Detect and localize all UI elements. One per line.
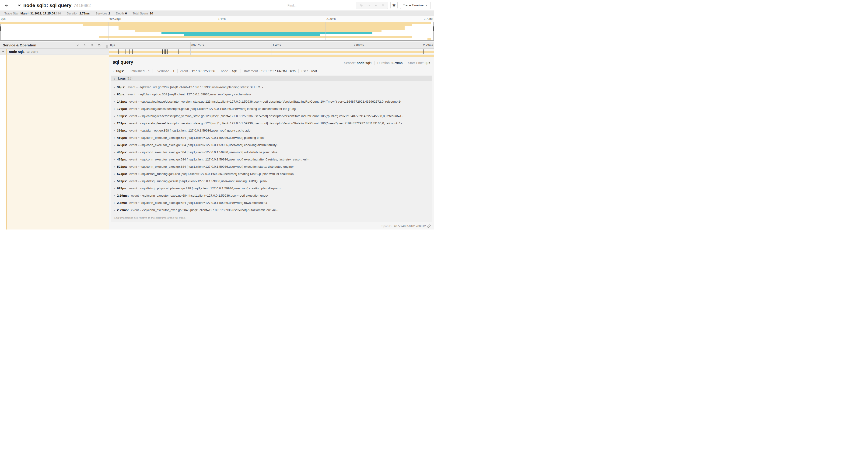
- collapse-one-icon[interactable]: [76, 43, 80, 47]
- log-row-0[interactable]: ›34μs:event=‹sql/exec_util.go:2297 [nsql…: [114, 84, 430, 91]
- minimap-left-scrubber[interactable]: [0, 22, 0, 40]
- clear-find-icon[interactable]: [381, 4, 384, 7]
- log-row-4[interactable]: ›189μs:event=‹sql/catalog/lease/descript…: [114, 112, 430, 120]
- span-collapse-chevron-icon[interactable]: [0, 50, 6, 53]
- column-resizer-grip[interactable]: [106, 45, 107, 48]
- log-expander-icon[interactable]: ›: [114, 194, 115, 197]
- log-row-14[interactable]: ›678μs:event=‹sql/distsql_physical_plann…: [114, 185, 430, 192]
- log-row-1[interactable]: ›80μs:event=‹sql/plan_opt.go:358 [nsql1,…: [114, 91, 430, 98]
- left-scrubber-handle-icon[interactable]: [0, 26, 1, 31]
- log-row-11[interactable]: ›502μs:event=‹sql/conn_executor_exec.go:…: [114, 163, 430, 170]
- log-field-key: event: [129, 122, 137, 125]
- log-timestamp: 2.7ms:: [117, 201, 127, 204]
- ruler-tick-0μs: 0μs: [110, 43, 115, 47]
- span-operation-name: sql query: [27, 50, 38, 54]
- equals-sign: =: [137, 144, 140, 146]
- log-expander-icon[interactable]: ›: [114, 100, 115, 103]
- log-marker-tick: [188, 50, 188, 54]
- meta-item-0: Service:node sql1: [341, 61, 375, 65]
- log-timestamp: 176μs:: [117, 107, 127, 110]
- service-operation-header: Service & Operation: [0, 42, 109, 48]
- log-expander-icon[interactable]: ›: [114, 179, 115, 183]
- log-expander-icon[interactable]: ›: [114, 129, 115, 132]
- log-row-8[interactable]: ›476μs:event=‹sql/conn_executor_exec.go:…: [114, 141, 430, 149]
- log-row-7[interactable]: ›459μs:event=‹sql/conn_executor_exec.go:…: [114, 134, 430, 141]
- equals-sign: =: [145, 70, 148, 73]
- collapse-all-icon[interactable]: [90, 43, 94, 47]
- keyboard-shortcuts-button[interactable]: ⌘: [391, 2, 398, 9]
- deep-link-icon[interactable]: [427, 224, 431, 228]
- log-marker-tick: [162, 50, 163, 54]
- right-scrubber-handle-icon[interactable]: [433, 26, 434, 31]
- log-expander-icon[interactable]: ›: [114, 136, 115, 139]
- log-expander-icon[interactable]: ›: [114, 85, 115, 89]
- equals-sign: =: [169, 70, 173, 73]
- minimap-gridline: [326, 22, 326, 40]
- log-expander-icon[interactable]: ›: [114, 172, 115, 176]
- equals-sign: =: [137, 165, 140, 168]
- log-row-16[interactable]: ›2.7ms:event=‹sql/conn_executor_exec.go:…: [114, 199, 430, 206]
- log-expander-icon[interactable]: ›: [114, 158, 115, 161]
- back-arrow-icon: [4, 3, 9, 8]
- prev-match-icon[interactable]: [367, 4, 370, 7]
- log-field-key: event: [129, 187, 137, 190]
- minimap-tick-2.79ms: 2.79ms: [424, 17, 433, 21]
- next-match-icon[interactable]: [374, 4, 377, 7]
- find-input[interactable]: [285, 2, 356, 9]
- expand-one-icon[interactable]: [83, 43, 87, 47]
- log-expander-icon[interactable]: ›: [114, 187, 115, 190]
- locate-icon[interactable]: [360, 3, 363, 7]
- ruler-gridline: [353, 42, 353, 48]
- log-expander-icon[interactable]: ›: [114, 208, 115, 212]
- log-field-value: ‹sql/catalog/lease/descriptor_version_st…: [141, 114, 403, 118]
- log-row-9[interactable]: ›486μs:event=‹sql/conn_executor_exec.go:…: [114, 149, 430, 156]
- logs-list: ›34μs:event=‹sql/exec_util.go:2297 [nsql…: [111, 81, 432, 222]
- log-row-12[interactable]: ›574μs:event=‹sql/distsql_running.go:142…: [114, 170, 430, 177]
- log-expander-icon[interactable]: ›: [114, 93, 115, 96]
- log-row-2[interactable]: ›142μs:event=‹sql/catalog/lease/descript…: [114, 98, 430, 105]
- tags-expander-icon[interactable]: ›: [113, 69, 114, 73]
- log-expander-icon[interactable]: ›: [114, 122, 115, 125]
- log-row-17[interactable]: ›2.79ms:event=‹sql/conn_executor_exec.go…: [114, 206, 430, 214]
- log-row-6[interactable]: ›366μs:event=‹sql/plan_opt.go:358 [nsql1…: [114, 127, 430, 134]
- expand-all-icon[interactable]: [97, 43, 101, 47]
- log-row-10[interactable]: ›495μs:event=‹sql/conn_executor_exec.go:…: [114, 156, 430, 163]
- span-row-name-cell[interactable]: node sql1 sql query: [0, 49, 109, 55]
- log-row-5[interactable]: ›201μs:event=‹sql/catalog/lease/descript…: [114, 120, 430, 127]
- log-field-value: ‹sql/conn_executor_exec.go:684 [nsql1,cl…: [141, 143, 278, 147]
- log-expander-icon[interactable]: ›: [114, 107, 115, 110]
- log-field-value: ‹sql/conn_executor_exec.go:684 [nsql1,cl…: [141, 165, 294, 168]
- span-title: sql query: [113, 60, 133, 65]
- tag-key: _unfinished: [128, 69, 145, 73]
- span-row[interactable]: node sql1 sql query: [0, 49, 434, 55]
- trace-summary-bar: Trace StartMarch 31 2022, 17:25:09.326Du…: [0, 11, 434, 16]
- log-row-3[interactable]: ›176μs:event=‹sql/catalog/descs/descript…: [114, 105, 430, 112]
- minimap-right-scrubber[interactable]: [434, 22, 434, 40]
- trace-page: node sql1: sql query 7418682 ⌘ Trace Tim…: [0, 0, 434, 230]
- log-expander-icon[interactable]: ›: [114, 165, 115, 168]
- span-row-bar-cell[interactable]: [109, 49, 434, 55]
- name-column-fill: [0, 55, 109, 230]
- log-expander-icon[interactable]: ›: [114, 151, 115, 154]
- summary-value: March 31 2022, 17:25:09.326: [21, 12, 61, 15]
- logs-collapse-icon[interactable]: ∨: [114, 76, 116, 80]
- log-expander-icon[interactable]: ›: [114, 201, 115, 204]
- trace-collapse-chevron-icon[interactable]: [17, 3, 21, 7]
- log-expander-icon[interactable]: ›: [114, 143, 115, 147]
- bar-cell-gridline: [353, 49, 353, 55]
- log-expander-icon[interactable]: ›: [114, 114, 115, 118]
- minimap-span-6: [184, 34, 320, 36]
- log-timestamp: 476μs:: [117, 143, 127, 147]
- view-selector-button[interactable]: Trace Timeline: [400, 2, 431, 9]
- tag-value: 127.0.0.1:59936: [192, 69, 215, 73]
- log-field-value: ‹sql/distsql_running.go:498 [nsql1,clien…: [141, 179, 267, 183]
- logs-header[interactable]: ∨ Logs (18): [111, 75, 432, 81]
- bar-cell-gridline: [272, 49, 272, 55]
- summary-label: Total Spans: [133, 12, 149, 15]
- log-row-15[interactable]: ›2.69ms:event=‹sql/conn_executor_exec.go…: [114, 192, 430, 199]
- timeline-minimap[interactable]: [0, 22, 434, 41]
- back-button[interactable]: [0, 0, 13, 10]
- tags-row[interactable]: › Tags: _unfinished=1_verbose=1client=12…: [109, 67, 434, 75]
- log-row-13[interactable]: ›597μs:event=‹sql/distsql_running.go:498…: [114, 177, 430, 185]
- log-field-value: ‹sql/distsql_physical_planner.go:828 [ns…: [141, 187, 280, 190]
